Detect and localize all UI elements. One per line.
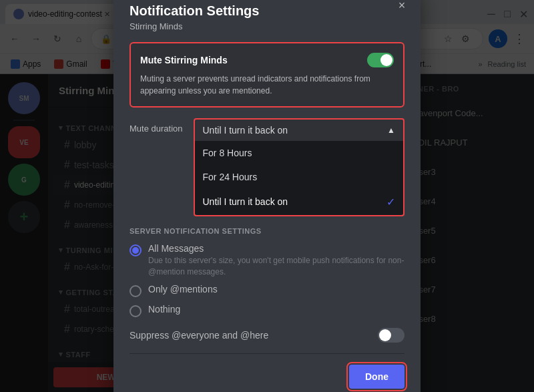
radio-option-nothing[interactable]: Nothing: [129, 304, 405, 317]
mute-header: Mute Stirring Minds: [140, 53, 394, 67]
radio-desc-all: Due to this server's size, you won't get…: [148, 255, 405, 278]
duration-section: Mute duration Until I turn it back on ▲ …: [129, 118, 405, 216]
mute-toggle[interactable]: [367, 53, 394, 67]
modal-close-button[interactable]: ×: [394, 0, 410, 14]
toggle-thumb: [380, 54, 392, 66]
suppress-toggle-thumb: [379, 329, 391, 341]
radio-circle-all: [129, 244, 142, 256]
dropdown-item-8hours[interactable]: For 8 Hours: [195, 141, 404, 165]
radio-option-content-nothing: Nothing: [148, 304, 180, 315]
duration-dropdown-header[interactable]: Until I turn it back on ▲: [195, 120, 404, 141]
radio-option-mentions[interactable]: Only @mentions: [129, 284, 405, 297]
dropdown-item-24hours[interactable]: For 24 Hours: [195, 165, 404, 189]
mute-section: Mute Stirring Minds Muting a server prev…: [129, 42, 405, 108]
radio-label-all: All Messages: [148, 243, 405, 254]
modal-overlay: × Notification Settings Stirring Minds M…: [0, 0, 534, 392]
chevron-up-icon: ▲: [387, 126, 395, 135]
dropdown-item-label: For 8 Hours: [203, 148, 252, 158]
mute-description: Muting a server prevents unread indicato…: [140, 73, 394, 97]
checkmark-icon: ✓: [386, 196, 395, 208]
duration-label: Mute duration: [129, 118, 183, 134]
modal-subtitle: Stirring Minds: [129, 21, 405, 31]
modal-footer: Done: [129, 353, 405, 389]
notification-settings-modal: × Notification Settings Stirring Minds M…: [113, 0, 421, 392]
mute-title: Mute Stirring Minds: [140, 55, 228, 65]
dropdown-item-label: Until I turn it back on: [203, 196, 288, 207]
duration-dropdown[interactable]: Until I turn it back on ▲ For 8 Hours Fo…: [194, 118, 405, 216]
suppress-toggle[interactable]: [378, 328, 405, 343]
done-button[interactable]: Done: [349, 365, 405, 389]
suppress-section: Suppress @everyone and @here: [129, 328, 405, 343]
duration-selected-value: Until I turn it back on: [203, 125, 288, 136]
radio-option-content-mentions: Only @mentions: [148, 284, 218, 295]
dropdown-item-label: For 24 Hours: [203, 172, 258, 182]
radio-label-nothing: Nothing: [148, 304, 180, 315]
radio-label-mentions: Only @mentions: [148, 284, 218, 295]
radio-option-all-messages[interactable]: All Messages Due to this server's size, …: [129, 243, 405, 278]
radio-circle-mentions: [129, 285, 142, 297]
radio-option-content: All Messages Due to this server's size, …: [148, 243, 405, 278]
suppress-label: Suppress @everyone and @here: [129, 330, 268, 341]
dropdown-menu: For 8 Hours For 24 Hours Until I turn it…: [195, 141, 404, 215]
modal-title: Notification Settings: [129, 3, 405, 19]
server-notification-settings: SERVER NOTIFICATION SETTINGS All Message…: [129, 227, 405, 318]
dropdown-item-until-off[interactable]: Until I turn it back on ✓: [195, 189, 404, 215]
notif-settings-title: SERVER NOTIFICATION SETTINGS: [129, 227, 405, 235]
radio-circle-nothing: [129, 305, 142, 317]
